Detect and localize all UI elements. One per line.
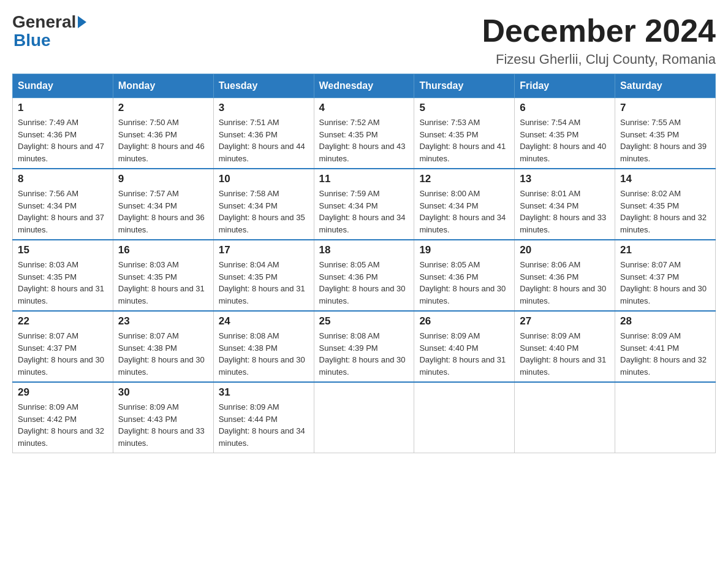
- header-saturday: Saturday: [615, 74, 716, 98]
- day-info: Sunrise: 8:09 AMSunset: 4:43 PMDaylight:…: [118, 401, 208, 449]
- week-row-5: 29 Sunrise: 8:09 AMSunset: 4:42 PMDaylig…: [13, 382, 716, 453]
- calendar-cell: [615, 382, 716, 453]
- month-title: December 2024: [482, 12, 716, 49]
- page-container: General Blue December 2024 Fizesu Gherli…: [12, 12, 716, 453]
- weekday-header-row: Sunday Monday Tuesday Wednesday Thursday…: [13, 74, 716, 98]
- week-row-2: 8 Sunrise: 7:56 AMSunset: 4:34 PMDayligh…: [13, 169, 716, 240]
- calendar-cell: 9 Sunrise: 7:57 AMSunset: 4:34 PMDayligh…: [113, 169, 213, 240]
- location: Fizesu Gherlii, Cluj County, Romania: [482, 52, 716, 67]
- calendar-cell: 30 Sunrise: 8:09 AMSunset: 4:43 PMDaylig…: [113, 382, 213, 453]
- day-number: 26: [419, 315, 509, 327]
- calendar-cell: 29 Sunrise: 8:09 AMSunset: 4:42 PMDaylig…: [13, 382, 113, 453]
- day-info: Sunrise: 8:06 AMSunset: 4:36 PMDaylight:…: [520, 259, 610, 307]
- day-info: Sunrise: 7:51 AMSunset: 4:36 PMDaylight:…: [219, 117, 309, 164]
- day-number: 23: [118, 315, 208, 327]
- day-info: Sunrise: 7:59 AMSunset: 4:34 PMDaylight:…: [319, 188, 409, 236]
- calendar-cell: 1 Sunrise: 7:49 AMSunset: 4:36 PMDayligh…: [13, 98, 113, 169]
- day-number: 2: [118, 102, 208, 114]
- day-number: 15: [18, 244, 108, 256]
- calendar-cell: 31 Sunrise: 8:09 AMSunset: 4:44 PMDaylig…: [213, 382, 314, 453]
- day-info: Sunrise: 8:07 AMSunset: 4:37 PMDaylight:…: [620, 259, 710, 307]
- calendar-cell: 16 Sunrise: 8:03 AMSunset: 4:35 PMDaylig…: [113, 240, 213, 311]
- day-number: 27: [520, 315, 610, 327]
- day-number: 6: [520, 102, 610, 114]
- day-number: 16: [118, 244, 208, 256]
- calendar-cell: [515, 382, 615, 453]
- day-info: Sunrise: 8:02 AMSunset: 4:35 PMDaylight:…: [620, 188, 710, 236]
- day-info: Sunrise: 8:09 AMSunset: 4:41 PMDaylight:…: [620, 330, 710, 378]
- day-number: 22: [18, 315, 108, 327]
- header-monday: Monday: [113, 74, 213, 98]
- title-block: December 2024 Fizesu Gherlii, Cluj Count…: [482, 12, 716, 67]
- calendar-cell: 25 Sunrise: 8:08 AMSunset: 4:39 PMDaylig…: [314, 311, 414, 382]
- calendar-cell: 3 Sunrise: 7:51 AMSunset: 4:36 PMDayligh…: [213, 98, 314, 169]
- day-number: 8: [18, 173, 108, 185]
- calendar-cell: 17 Sunrise: 8:04 AMSunset: 4:35 PMDaylig…: [213, 240, 314, 311]
- calendar-cell: 4 Sunrise: 7:52 AMSunset: 4:35 PMDayligh…: [314, 98, 414, 169]
- day-info: Sunrise: 7:56 AMSunset: 4:34 PMDaylight:…: [18, 188, 108, 236]
- day-number: 3: [219, 102, 309, 114]
- header-friday: Friday: [515, 74, 615, 98]
- day-number: 5: [419, 102, 509, 114]
- day-info: Sunrise: 8:09 AMSunset: 4:44 PMDaylight:…: [219, 401, 309, 449]
- day-number: 25: [319, 315, 409, 327]
- calendar-cell: 21 Sunrise: 8:07 AMSunset: 4:37 PMDaylig…: [615, 240, 716, 311]
- header-sunday: Sunday: [13, 74, 113, 98]
- day-info: Sunrise: 8:09 AMSunset: 4:42 PMDaylight:…: [18, 401, 108, 449]
- day-number: 14: [620, 173, 710, 185]
- calendar-cell: 5 Sunrise: 7:53 AMSunset: 4:35 PMDayligh…: [414, 98, 515, 169]
- day-info: Sunrise: 8:00 AMSunset: 4:34 PMDaylight:…: [419, 188, 509, 236]
- calendar-cell: 13 Sunrise: 8:01 AMSunset: 4:34 PMDaylig…: [515, 169, 615, 240]
- day-info: Sunrise: 8:07 AMSunset: 4:38 PMDaylight:…: [118, 330, 208, 378]
- day-number: 7: [620, 102, 710, 114]
- calendar-cell: [414, 382, 515, 453]
- calendar-cell: 24 Sunrise: 8:08 AMSunset: 4:38 PMDaylig…: [213, 311, 314, 382]
- calendar-cell: 26 Sunrise: 8:09 AMSunset: 4:40 PMDaylig…: [414, 311, 515, 382]
- day-info: Sunrise: 7:50 AMSunset: 4:36 PMDaylight:…: [118, 117, 208, 164]
- day-info: Sunrise: 7:49 AMSunset: 4:36 PMDaylight:…: [18, 117, 108, 164]
- day-number: 31: [219, 386, 309, 399]
- calendar-cell: 20 Sunrise: 8:06 AMSunset: 4:36 PMDaylig…: [515, 240, 615, 311]
- day-number: 21: [620, 244, 710, 256]
- day-number: 19: [419, 244, 509, 256]
- day-info: Sunrise: 7:52 AMSunset: 4:35 PMDaylight:…: [319, 117, 409, 164]
- day-info: Sunrise: 8:09 AMSunset: 4:40 PMDaylight:…: [520, 330, 610, 378]
- day-number: 9: [118, 173, 208, 185]
- day-info: Sunrise: 8:04 AMSunset: 4:35 PMDaylight:…: [219, 259, 309, 307]
- day-info: Sunrise: 8:03 AMSunset: 4:35 PMDaylight:…: [18, 259, 108, 307]
- calendar-cell: 14 Sunrise: 8:02 AMSunset: 4:35 PMDaylig…: [615, 169, 716, 240]
- calendar-cell: 15 Sunrise: 8:03 AMSunset: 4:35 PMDaylig…: [13, 240, 113, 311]
- day-info: Sunrise: 7:55 AMSunset: 4:35 PMDaylight:…: [620, 117, 710, 164]
- header-thursday: Thursday: [414, 74, 515, 98]
- day-number: 13: [520, 173, 610, 185]
- calendar-cell: 7 Sunrise: 7:55 AMSunset: 4:35 PMDayligh…: [615, 98, 716, 169]
- day-number: 30: [118, 386, 208, 399]
- day-info: Sunrise: 7:58 AMSunset: 4:34 PMDaylight:…: [219, 188, 309, 236]
- calendar-cell: 8 Sunrise: 7:56 AMSunset: 4:34 PMDayligh…: [13, 169, 113, 240]
- day-number: 12: [419, 173, 509, 185]
- calendar-cell: 2 Sunrise: 7:50 AMSunset: 4:36 PMDayligh…: [113, 98, 213, 169]
- calendar-cell: 28 Sunrise: 8:09 AMSunset: 4:41 PMDaylig…: [615, 311, 716, 382]
- calendar-cell: 22 Sunrise: 8:07 AMSunset: 4:37 PMDaylig…: [13, 311, 113, 382]
- day-number: 24: [219, 315, 309, 327]
- week-row-1: 1 Sunrise: 7:49 AMSunset: 4:36 PMDayligh…: [13, 98, 716, 169]
- logo: General Blue: [12, 12, 88, 50]
- day-number: 28: [620, 315, 710, 327]
- calendar-cell: 23 Sunrise: 8:07 AMSunset: 4:38 PMDaylig…: [113, 311, 213, 382]
- header: General Blue December 2024 Fizesu Gherli…: [12, 12, 716, 67]
- day-number: 10: [219, 173, 309, 185]
- day-info: Sunrise: 8:01 AMSunset: 4:34 PMDaylight:…: [520, 188, 610, 236]
- week-row-4: 22 Sunrise: 8:07 AMSunset: 4:37 PMDaylig…: [13, 311, 716, 382]
- day-info: Sunrise: 7:54 AMSunset: 4:35 PMDaylight:…: [520, 117, 610, 164]
- day-info: Sunrise: 8:05 AMSunset: 4:36 PMDaylight:…: [319, 259, 409, 307]
- day-info: Sunrise: 8:08 AMSunset: 4:38 PMDaylight:…: [219, 330, 309, 378]
- header-wednesday: Wednesday: [314, 74, 414, 98]
- day-info: Sunrise: 8:07 AMSunset: 4:37 PMDaylight:…: [18, 330, 108, 378]
- day-number: 17: [219, 244, 309, 256]
- calendar-cell: 6 Sunrise: 7:54 AMSunset: 4:35 PMDayligh…: [515, 98, 615, 169]
- day-number: 11: [319, 173, 409, 185]
- calendar-cell: [314, 382, 414, 453]
- day-info: Sunrise: 7:53 AMSunset: 4:35 PMDaylight:…: [419, 117, 509, 164]
- day-info: Sunrise: 7:57 AMSunset: 4:34 PMDaylight:…: [118, 188, 208, 236]
- header-tuesday: Tuesday: [213, 74, 314, 98]
